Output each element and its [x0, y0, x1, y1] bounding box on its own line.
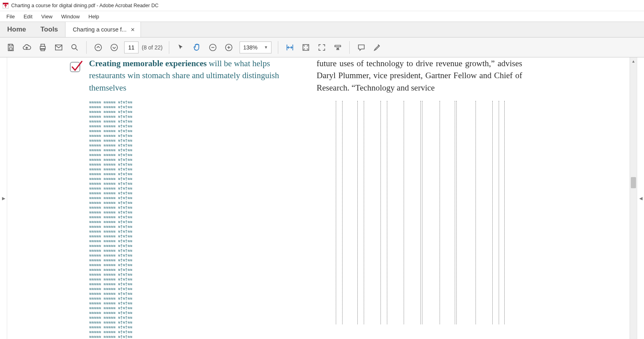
pdf-page: Creating memorable experiences will be w…	[7, 57, 630, 60]
menu-file[interactable]: File	[2, 12, 19, 21]
separator	[349, 41, 350, 54]
zoom-in-icon[interactable]	[221, 40, 236, 55]
nav-home[interactable]: Home	[0, 22, 33, 37]
menu-edit[interactable]: Edit	[20, 12, 36, 21]
svg-point-8	[72, 44, 76, 49]
zoom-level-select[interactable]: 138% ▼	[240, 41, 271, 53]
menu-help[interactable]: Help	[85, 12, 103, 21]
svg-rect-2	[9, 44, 12, 46]
left-column: Creating memorable experiences will be w…	[89, 57, 289, 339]
nav-tools[interactable]: Tools	[33, 22, 65, 37]
close-icon[interactable]: ✕	[131, 27, 135, 33]
document-viewport[interactable]: Creating memorable experiences will be w…	[7, 57, 630, 339]
search-icon[interactable]	[67, 40, 82, 55]
page-up-icon[interactable]	[91, 40, 106, 55]
email-icon[interactable]	[51, 40, 66, 55]
zoom-value: 138%	[243, 44, 258, 51]
svg-rect-5	[41, 44, 44, 46]
comment-icon[interactable]	[354, 40, 369, 55]
bullet-text: Creating memorable experiences will be w…	[89, 57, 289, 94]
vertical-scrollbar[interactable]: ▲	[630, 57, 637, 339]
save-icon[interactable]	[3, 40, 18, 55]
toolbar: (8 of 22) 138% ▼	[0, 37, 644, 57]
svg-point-10	[111, 44, 118, 51]
menu-window[interactable]: Window	[57, 12, 83, 21]
scrollbar-thumb[interactable]	[631, 177, 636, 188]
chevron-down-icon: ▼	[264, 45, 268, 49]
title-bar: Charting a course for digital dining.pdf…	[0, 0, 644, 11]
separator	[86, 41, 87, 54]
read-mode-icon[interactable]	[330, 40, 345, 55]
bullet-bold: Creating memorable experiences	[89, 59, 207, 68]
cloud-upload-icon[interactable]	[19, 40, 34, 55]
menu-bar: File Edit View Window Help	[0, 11, 644, 22]
window-title: Charting a course for digital dining.pdf…	[11, 3, 159, 8]
hand-tool-icon[interactable]	[189, 40, 204, 55]
document-tab-label: Charting a course f...	[73, 26, 127, 33]
page-number-input[interactable]	[124, 41, 139, 53]
chevron-right-icon: ▶	[2, 196, 5, 201]
right-column: future uses of technology to drive reven…	[317, 57, 522, 324]
page-count-label: (8 of 22)	[142, 44, 162, 51]
fit-width-icon[interactable]	[282, 40, 297, 55]
selection-tool-icon[interactable]	[173, 40, 188, 55]
zoom-out-icon[interactable]	[205, 40, 220, 55]
fullscreen-icon[interactable]	[314, 40, 329, 55]
svg-rect-1	[3, 3, 8, 4]
body-text: future uses of technology to drive reven…	[317, 57, 522, 94]
svg-rect-6	[41, 48, 44, 51]
highlight-icon[interactable]	[370, 40, 385, 55]
svg-point-9	[95, 44, 102, 51]
decorative-glyph-block: ≋≋≋≋≋ ≋≋≋≋≋ ≋†≋†≋≋ ≋≋≋≋≋ ≋≋≋≋≋ ≋†≋†≋≋ ≋≋…	[89, 100, 151, 339]
page-down-icon[interactable]	[107, 40, 122, 55]
fit-page-icon[interactable]	[298, 40, 313, 55]
menu-view[interactable]: View	[37, 12, 56, 21]
left-panel-toggle[interactable]: ▶	[0, 57, 7, 339]
scroll-up-icon[interactable]: ▲	[630, 57, 637, 65]
chevron-left-icon: ◀	[639, 196, 642, 201]
decorative-stripes	[317, 101, 508, 324]
svg-rect-3	[9, 47, 12, 50]
right-panel-toggle[interactable]: ◀	[637, 57, 644, 339]
separator	[169, 41, 169, 54]
nav-tabs: Home Tools Charting a course f... ✕	[0, 22, 644, 37]
main-area: ▶ Creating memorable experiences will be…	[0, 57, 644, 339]
separator	[278, 41, 278, 54]
document-tab[interactable]: Charting a course f... ✕	[65, 22, 141, 37]
acrobat-icon	[2, 2, 9, 9]
checkmark-icon	[70, 61, 82, 73]
print-icon[interactable]	[35, 40, 50, 55]
